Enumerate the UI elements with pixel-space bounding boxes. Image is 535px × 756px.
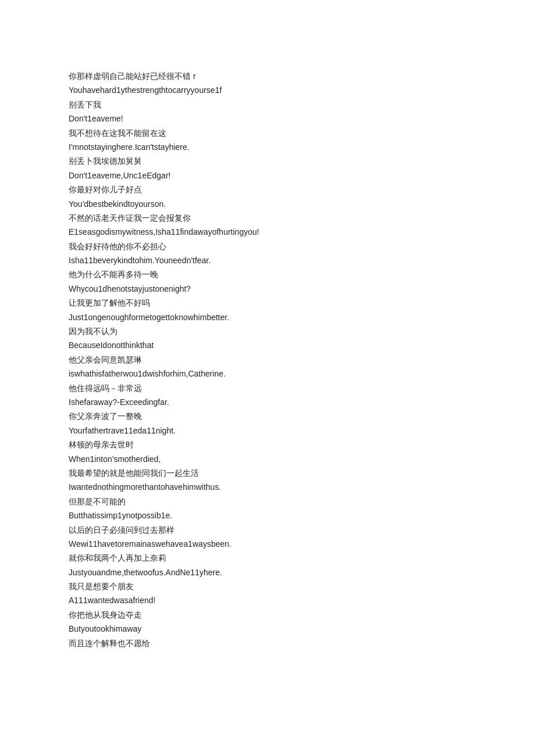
text-line-l37: 我只是想要个朋友 <box>69 580 466 593</box>
text-line-l6: I'mnotstayinghere.Ican'tstayhiere. <box>69 141 466 153</box>
text-line-l32: Butthatissimp1ynotpossib1e. <box>69 509 466 522</box>
text-line-l15: 他为什么不能再多待一晚 <box>69 268 466 281</box>
text-line-l41: 而且连个解释也不愿给 <box>69 637 466 650</box>
text-line-l25: 你父亲奔波了一整晚 <box>69 410 466 422</box>
text-line-l4: Don't1eaveme! <box>69 112 466 125</box>
text-line-l27: 林顿的母亲去世时 <box>69 438 466 451</box>
text-line-l22: iswhathisfatherwou1dwishforhim,Catherine… <box>69 367 466 380</box>
text-line-l2: Youhavehard1ythestrengthtocarryyourse1f <box>69 84 466 96</box>
text-line-l38: A111wantedwasafriend! <box>69 594 466 607</box>
text-line-l16: Whycou1dhenotstayjustonenight? <box>69 282 466 295</box>
text-line-l28: When1inton'smotherdied, <box>69 453 466 465</box>
text-line-l33: 以后的日子必须问到过去那样 <box>69 524 466 536</box>
content-container: 你那样虚弱自己能站好已经很不错 rYouhavehard1ythestrengt… <box>69 70 466 650</box>
text-line-l8: Don't1eaveme,Unc1eEdgar! <box>69 169 466 182</box>
text-line-l18: Just1ongenoughformetogettoknowhimbetter. <box>69 311 466 324</box>
text-line-l9: 你最好对你儿子好点 <box>69 183 466 196</box>
text-line-l10: You'dbestbekindtoyourson. <box>69 198 466 210</box>
text-line-l31: 但那是不可能的 <box>69 495 466 508</box>
text-line-l39: 你把他从我身边夺走 <box>69 608 466 621</box>
text-line-l21: 他父亲会同意凯瑟琳 <box>69 353 466 366</box>
text-line-l24: Ishefaraway?-Exceedingfar. <box>69 396 466 409</box>
text-line-l7: 别丢卜我埃德加舅舅 <box>69 155 466 167</box>
text-line-l35: 就你和我两个人再加上奈莉 <box>69 551 466 564</box>
text-line-l29: 我最希望的就是他能同我们一起生活 <box>69 467 466 479</box>
text-line-l11: 不然的话老天作证我一定会报复你 <box>69 212 466 224</box>
text-line-l34: Wewi11havetoremainaswehavea1waysbeen. <box>69 538 466 550</box>
text-line-l12: E1seasgodismywitness,Isha11findawayofhur… <box>69 225 466 238</box>
text-line-l1: 你那样虚弱自己能站好已经很不错 r <box>69 70 466 83</box>
text-line-l26: Yourfathertrave11eda11night. <box>69 424 466 437</box>
text-line-l14: Isha11beverykindtohim.Youneedn'tfear. <box>69 254 466 267</box>
text-line-l17: 让我更加了解他不好吗 <box>69 296 466 309</box>
text-line-l19: 因为我不认为 <box>69 325 466 338</box>
text-line-l40: Butyoutookhimaway <box>69 622 466 635</box>
text-line-l20: BecauseIdonotthinkthat <box>69 339 466 352</box>
text-line-l30: Iwantednothingmorethantohavehimwithus. <box>69 481 466 493</box>
text-line-l23: 他住得远吗－非常远 <box>69 382 466 395</box>
text-line-l3: 别丢下我 <box>69 98 466 111</box>
text-line-l36: Justyouandme,thetwoofus.AndNe11yhere. <box>69 566 466 579</box>
text-line-l13: 我会好好待他的你不必担心 <box>69 240 466 253</box>
text-line-l5: 我不想待在这我不能留在这 <box>69 127 466 139</box>
